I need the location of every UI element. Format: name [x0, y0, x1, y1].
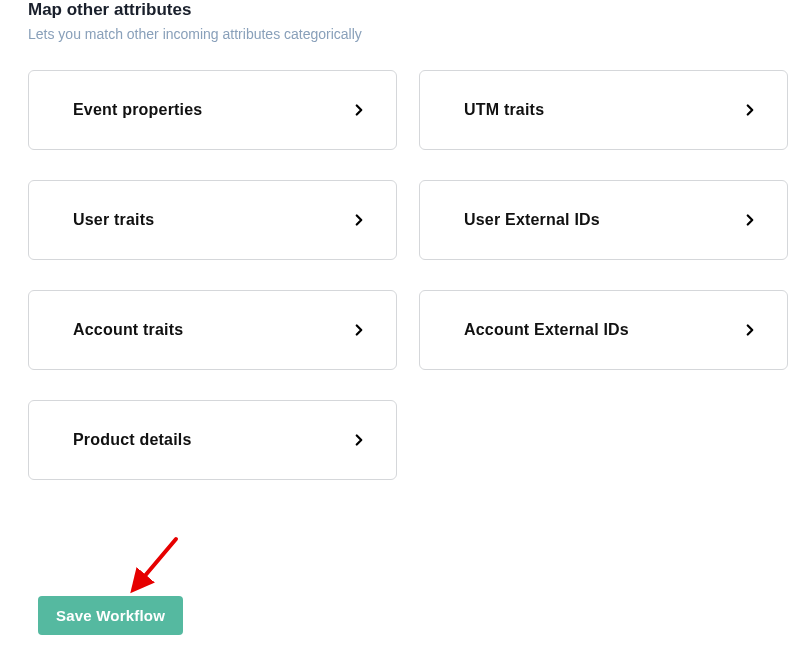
card-label: Account External IDs	[464, 321, 629, 339]
chevron-right-icon	[741, 321, 759, 339]
card-user-external-ids[interactable]: User External IDs	[419, 180, 788, 260]
section-title: Map other attributes	[0, 0, 808, 20]
card-label: User External IDs	[464, 211, 600, 229]
chevron-right-icon	[350, 431, 368, 449]
arrow-annotation-icon	[126, 534, 186, 594]
card-account-traits[interactable]: Account traits	[28, 290, 397, 370]
card-label: User traits	[73, 211, 154, 229]
card-event-properties[interactable]: Event properties	[28, 70, 397, 150]
save-workflow-button[interactable]: Save Workflow	[38, 596, 183, 635]
card-account-external-ids[interactable]: Account External IDs	[419, 290, 788, 370]
card-user-traits[interactable]: User traits	[28, 180, 397, 260]
chevron-right-icon	[350, 321, 368, 339]
chevron-right-icon	[741, 101, 759, 119]
attribute-card-grid: Event properties UTM traits User traits …	[0, 70, 808, 480]
section-subtitle: Lets you match other incoming attributes…	[0, 26, 808, 42]
card-utm-traits[interactable]: UTM traits	[419, 70, 788, 150]
card-label: Product details	[73, 431, 192, 449]
card-label: Event properties	[73, 101, 202, 119]
chevron-right-icon	[350, 101, 368, 119]
svg-line-1	[138, 539, 176, 584]
card-label: UTM traits	[464, 101, 544, 119]
card-label: Account traits	[73, 321, 183, 339]
chevron-right-icon	[741, 211, 759, 229]
card-product-details[interactable]: Product details	[28, 400, 397, 480]
chevron-right-icon	[350, 211, 368, 229]
